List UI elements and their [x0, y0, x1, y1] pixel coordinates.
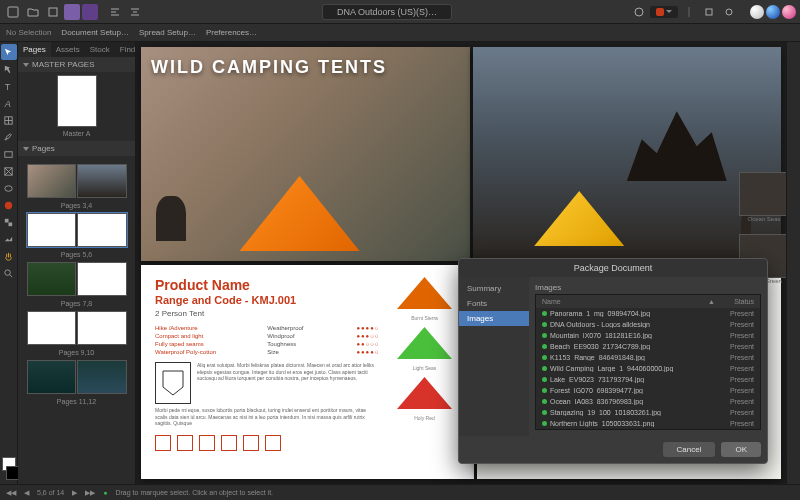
transparency-tool-icon[interactable]	[1, 214, 17, 230]
file-name: Beach_EE9030_21734C789.jpg	[550, 343, 711, 350]
svg-point-4	[726, 9, 732, 15]
persona-photo-icon[interactable]	[782, 5, 796, 19]
zoom-dropdown[interactable]	[650, 6, 678, 18]
file-status: Present	[714, 310, 754, 317]
product-heading: Product Name	[155, 277, 380, 293]
hand-tool-icon[interactable]	[1, 248, 17, 264]
file-name: Wild Camping_Large_1_944060000.jpg	[550, 365, 711, 372]
spread-setup-button[interactable]: Spread Setup…	[139, 28, 196, 37]
frame-tool-icon[interactable]	[1, 163, 17, 179]
table-tool-icon[interactable]	[1, 112, 17, 128]
pages-section-header[interactable]: Pages	[18, 141, 135, 156]
nav-first-icon[interactable]: ◀◀	[6, 489, 16, 497]
svg-rect-3	[706, 9, 712, 15]
preferences-button[interactable]: Preferences…	[206, 28, 257, 37]
status-hint: Drag to marquee select. Click an object …	[115, 489, 273, 496]
artistic-text-tool-icon[interactable]: A	[1, 95, 17, 111]
document-title[interactable]: DNA Outdoors (US)(S)…	[322, 4, 452, 20]
move-tool-icon[interactable]	[1, 44, 17, 60]
spread-thumb[interactable]	[27, 360, 127, 394]
align-left-icon[interactable]	[106, 3, 124, 21]
text-tool-icon[interactable]: T	[1, 78, 17, 94]
status-ok-icon	[542, 366, 547, 371]
dialog-side-images[interactable]: Images	[459, 311, 529, 326]
file-status: Present	[714, 376, 754, 383]
fill-tool-icon[interactable]	[1, 197, 17, 213]
pen-tool-icon[interactable]	[1, 129, 17, 145]
spread-thumb[interactable]	[27, 311, 127, 345]
status-bar: ◀◀ ◀ 5,6 of 14 ▶ ▶▶ ● Drag to marquee se…	[0, 484, 800, 500]
align-center-icon[interactable]	[126, 3, 144, 21]
page-4[interactable]	[473, 47, 782, 261]
save-icon[interactable]	[44, 3, 62, 21]
svg-rect-0	[8, 7, 18, 17]
spread-thumb[interactable]	[27, 164, 127, 198]
status-ok-icon	[542, 399, 547, 404]
sync-icon[interactable]	[630, 3, 648, 21]
file-name: Ocean_IA083_836796983.jpg	[550, 398, 711, 405]
tab-assets[interactable]: Assets	[51, 42, 85, 57]
svg-text:T: T	[5, 82, 11, 92]
open-icon[interactable]	[24, 3, 42, 21]
tab-pages[interactable]: Pages	[18, 42, 51, 57]
swatch2-icon[interactable]	[82, 4, 98, 20]
tab-find[interactable]: Find+repl	[115, 42, 136, 57]
dialog-side-fonts[interactable]: Fonts	[459, 296, 529, 311]
zoom-tool-icon[interactable]	[1, 265, 17, 281]
nav-next-icon[interactable]: ▶	[72, 489, 77, 497]
master-a-thumb[interactable]	[57, 75, 97, 127]
cancel-button[interactable]: Cancel	[663, 442, 716, 457]
file-list[interactable]: Name▲Status Panorama_1_mg_09894704.jpgPr…	[535, 294, 761, 430]
page-5[interactable]: Product Name Range and Code - KMJ.001 2 …	[141, 265, 474, 479]
swatch-icon[interactable]	[64, 4, 80, 20]
file-row[interactable]: DNA Outdoors - Logos alldesignPresent	[536, 319, 760, 330]
rect-tool-icon[interactable]	[1, 146, 17, 162]
file-menu-icon[interactable]	[4, 3, 22, 21]
file-status: Present	[714, 354, 754, 361]
feature-icon	[243, 435, 259, 451]
dialog-side-summary[interactable]: Summary	[459, 281, 529, 296]
snap-icon[interactable]	[700, 3, 718, 21]
preflight-ok-icon[interactable]: ●	[103, 489, 107, 496]
persona-designer-icon[interactable]	[766, 5, 780, 19]
file-row[interactable]: Forest_IG070_698399477.jpgPresent	[536, 385, 760, 396]
file-row[interactable]: Wild Camping_Large_1_944060000.jpgPresen…	[536, 363, 760, 374]
status-ok-icon	[542, 344, 547, 349]
tent-swatch	[397, 377, 452, 409]
file-row[interactable]: Stargazing_19_100_101803261.jpgPresent	[536, 407, 760, 418]
spread-thumb[interactable]	[27, 213, 127, 247]
file-status: Present	[714, 387, 754, 394]
persona-publisher-icon[interactable]	[750, 5, 764, 19]
ellipse-tool-icon[interactable]	[1, 180, 17, 196]
preview-icon[interactable]	[720, 3, 738, 21]
file-row[interactable]: Panorama_1_mg_09894704.jpgPresent	[536, 308, 760, 319]
file-row[interactable]: Lake_EV9023_731793794.jpgPresent	[536, 374, 760, 385]
right-studio-panel[interactable]	[786, 42, 800, 484]
ok-button[interactable]: OK	[721, 442, 761, 457]
file-status: Present	[714, 321, 754, 328]
doc-setup-button[interactable]: Document Setup…	[61, 28, 129, 37]
file-row[interactable]: Beach_EE9030_21734C789.jpgPresent	[536, 341, 760, 352]
place-tool-icon[interactable]	[1, 231, 17, 247]
status-ok-icon	[542, 377, 547, 382]
file-row[interactable]: Mountain_IX070_181281E16.jpgPresent	[536, 330, 760, 341]
spread-thumb[interactable]	[27, 262, 127, 296]
divider-icon	[680, 3, 698, 21]
document-canvas[interactable]: WILD CAMPING TENTS Product Name	[136, 42, 786, 484]
hero-title: WILD CAMPING TENTS	[151, 57, 387, 78]
file-name: Stargazing_19_100_101803261.jpg	[550, 409, 711, 416]
product-code: Range and Code - KMJ.001	[155, 294, 380, 306]
master-pages-header[interactable]: MASTER PAGES	[18, 57, 135, 72]
page-3[interactable]: WILD CAMPING TENTS	[141, 47, 470, 261]
app-root: DNA Outdoors (US)(S)… No Selection Docum…	[0, 0, 800, 500]
file-row[interactable]: Northern Lights_1050033631.pngPresent	[536, 418, 760, 429]
nav-prev-icon[interactable]: ◀	[24, 489, 29, 497]
file-row[interactable]: Ocean_IA083_836796983.jpgPresent	[536, 396, 760, 407]
node-tool-icon[interactable]	[1, 61, 17, 77]
swatch-thumb[interactable]	[739, 172, 786, 216]
tent-swatch	[397, 277, 452, 309]
file-row[interactable]: K1153_Range_846491848.jpgPresent	[536, 352, 760, 363]
nav-last-icon[interactable]: ▶▶	[85, 489, 95, 497]
tab-stock[interactable]: Stock	[85, 42, 115, 57]
file-name: Lake_EV9023_731793794.jpg	[550, 376, 711, 383]
